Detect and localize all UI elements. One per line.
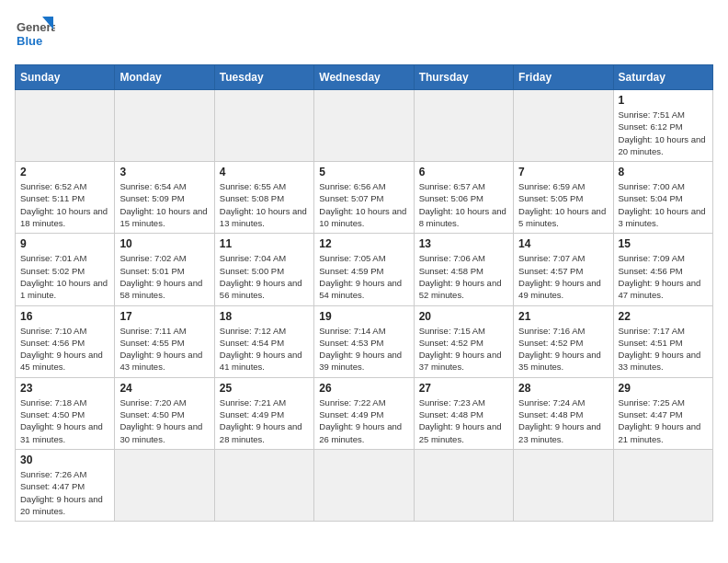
day-info: Sunrise: 7:10 AM Sunset: 4:56 PM Dayligh…: [20, 325, 109, 373]
day-number: 9: [20, 237, 109, 250]
calendar-day-cell: [115, 449, 214, 521]
calendar-day-cell: 16Sunrise: 7:10 AM Sunset: 4:56 PM Dayli…: [16, 305, 115, 377]
day-info: Sunrise: 7:12 AM Sunset: 4:54 PM Dayligh…: [220, 325, 309, 373]
day-info: Sunrise: 7:21 AM Sunset: 4:49 PM Dayligh…: [220, 396, 309, 445]
weekday-header: Friday: [514, 65, 613, 90]
day-info: Sunrise: 7:05 AM Sunset: 4:59 PM Dayligh…: [319, 252, 408, 301]
day-number: 17: [119, 310, 209, 323]
day-info: Sunrise: 6:52 AM Sunset: 5:11 PM Dayligh…: [20, 180, 109, 229]
calendar-day-cell: 14Sunrise: 7:07 AM Sunset: 4:57 PM Dayli…: [514, 234, 613, 305]
logo: General Blue: [15, 15, 55, 55]
calendar-day-cell: [414, 449, 513, 521]
calendar-week-row: 16Sunrise: 7:10 AM Sunset: 4:56 PM Dayli…: [16, 305, 713, 377]
calendar-day-cell: 26Sunrise: 7:22 AM Sunset: 4:49 PM Dayli…: [314, 377, 414, 449]
weekday-header: Saturday: [613, 65, 712, 90]
day-info: Sunrise: 7:26 AM Sunset: 4:47 PM Dayligh…: [20, 468, 109, 517]
day-number: 25: [220, 382, 309, 395]
calendar-day-cell: [16, 90, 115, 162]
calendar-day-cell: 10Sunrise: 7:02 AM Sunset: 5:01 PM Dayli…: [115, 234, 214, 305]
day-number: 30: [20, 454, 109, 466]
calendar-day-cell: 18Sunrise: 7:12 AM Sunset: 4:54 PM Dayli…: [214, 305, 313, 377]
calendar-day-cell: 29Sunrise: 7:25 AM Sunset: 4:47 PM Dayli…: [613, 377, 712, 449]
calendar-day-cell: 25Sunrise: 7:21 AM Sunset: 4:49 PM Dayli…: [214, 377, 313, 449]
calendar-day-cell: 19Sunrise: 7:14 AM Sunset: 4:53 PM Dayli…: [314, 305, 414, 377]
day-info: Sunrise: 7:11 AM Sunset: 4:55 PM Dayligh…: [119, 325, 209, 373]
day-number: 10: [119, 237, 209, 250]
calendar-day-cell: [314, 90, 414, 162]
calendar-week-row: 1Sunrise: 7:51 AM Sunset: 6:12 PM Daylig…: [16, 90, 713, 162]
day-info: Sunrise: 7:24 AM Sunset: 4:48 PM Dayligh…: [518, 396, 608, 445]
calendar-table: SundayMondayTuesdayWednesdayThursdayFrid…: [15, 64, 713, 522]
calendar-day-cell: 30Sunrise: 7:26 AM Sunset: 4:47 PM Dayli…: [16, 449, 115, 521]
day-number: 7: [518, 166, 608, 178]
day-info: Sunrise: 7:51 AM Sunset: 6:12 PM Dayligh…: [619, 109, 708, 157]
day-number: 15: [619, 237, 708, 250]
day-info: Sunrise: 7:25 AM Sunset: 4:47 PM Dayligh…: [619, 396, 708, 445]
calendar-day-cell: 6Sunrise: 6:57 AM Sunset: 5:06 PM Daylig…: [414, 162, 513, 234]
calendar-day-cell: [414, 90, 513, 162]
day-number: 4: [220, 166, 309, 178]
day-number: 3: [119, 166, 209, 178]
calendar-day-cell: 23Sunrise: 7:18 AM Sunset: 4:50 PM Dayli…: [16, 377, 115, 449]
day-info: Sunrise: 7:04 AM Sunset: 5:00 PM Dayligh…: [220, 252, 309, 301]
calendar-day-cell: 9Sunrise: 7:01 AM Sunset: 5:02 PM Daylig…: [16, 234, 115, 305]
day-number: 16: [20, 310, 109, 323]
day-number: 18: [220, 310, 309, 323]
day-info: Sunrise: 7:18 AM Sunset: 4:50 PM Dayligh…: [20, 396, 109, 445]
calendar-day-cell: [214, 90, 313, 162]
day-info: Sunrise: 7:22 AM Sunset: 4:49 PM Dayligh…: [319, 396, 408, 445]
day-info: Sunrise: 7:02 AM Sunset: 5:01 PM Dayligh…: [119, 252, 209, 301]
day-number: 12: [319, 237, 408, 250]
day-info: Sunrise: 7:07 AM Sunset: 4:57 PM Dayligh…: [518, 252, 608, 301]
day-number: 23: [20, 382, 109, 395]
day-info: Sunrise: 7:06 AM Sunset: 4:58 PM Dayligh…: [419, 252, 508, 301]
calendar-week-row: 23Sunrise: 7:18 AM Sunset: 4:50 PM Dayli…: [16, 377, 713, 449]
day-info: Sunrise: 7:23 AM Sunset: 4:48 PM Dayligh…: [419, 396, 508, 445]
calendar-header-row: SundayMondayTuesdayWednesdayThursdayFrid…: [16, 65, 713, 90]
day-info: Sunrise: 6:57 AM Sunset: 5:06 PM Dayligh…: [419, 180, 508, 229]
day-info: Sunrise: 7:14 AM Sunset: 4:53 PM Dayligh…: [319, 325, 408, 373]
calendar-day-cell: [115, 90, 214, 162]
day-number: 5: [319, 166, 408, 178]
day-info: Sunrise: 6:59 AM Sunset: 5:05 PM Dayligh…: [518, 180, 608, 229]
day-number: 22: [619, 310, 708, 323]
calendar-day-cell: 22Sunrise: 7:17 AM Sunset: 4:51 PM Dayli…: [613, 305, 712, 377]
calendar-day-cell: 7Sunrise: 6:59 AM Sunset: 5:05 PM Daylig…: [514, 162, 613, 234]
day-info: Sunrise: 6:54 AM Sunset: 5:09 PM Dayligh…: [119, 180, 209, 229]
logo-svg: General Blue: [15, 15, 55, 55]
day-number: 14: [518, 237, 608, 250]
day-info: Sunrise: 7:20 AM Sunset: 4:50 PM Dayligh…: [119, 396, 209, 445]
calendar-day-cell: 5Sunrise: 6:56 AM Sunset: 5:07 PM Daylig…: [314, 162, 414, 234]
day-number: 21: [518, 310, 608, 323]
calendar-day-cell: [514, 90, 613, 162]
day-info: Sunrise: 7:00 AM Sunset: 5:04 PM Dayligh…: [619, 180, 708, 229]
calendar-day-cell: 21Sunrise: 7:16 AM Sunset: 4:52 PM Dayli…: [514, 305, 613, 377]
calendar-day-cell: 4Sunrise: 6:55 AM Sunset: 5:08 PM Daylig…: [214, 162, 313, 234]
weekday-header: Thursday: [414, 65, 513, 90]
weekday-header: Monday: [115, 65, 214, 90]
day-number: 11: [220, 237, 309, 250]
calendar-day-cell: 3Sunrise: 6:54 AM Sunset: 5:09 PM Daylig…: [115, 162, 214, 234]
calendar-day-cell: [214, 449, 313, 521]
weekday-header: Wednesday: [314, 65, 414, 90]
svg-text:Blue: Blue: [17, 34, 42, 48]
day-number: 20: [419, 310, 508, 323]
page-header: General Blue: [15, 15, 713, 55]
day-number: 28: [518, 382, 608, 395]
calendar-day-cell: 20Sunrise: 7:15 AM Sunset: 4:52 PM Dayli…: [414, 305, 513, 377]
calendar-day-cell: 8Sunrise: 7:00 AM Sunset: 5:04 PM Daylig…: [613, 162, 712, 234]
weekday-header: Tuesday: [214, 65, 313, 90]
calendar-week-row: 2Sunrise: 6:52 AM Sunset: 5:11 PM Daylig…: [16, 162, 713, 234]
day-info: Sunrise: 7:09 AM Sunset: 4:56 PM Dayligh…: [619, 252, 708, 301]
day-info: Sunrise: 7:15 AM Sunset: 4:52 PM Dayligh…: [419, 325, 508, 373]
weekday-header: Sunday: [16, 65, 115, 90]
day-number: 19: [319, 310, 408, 323]
calendar-day-cell: 27Sunrise: 7:23 AM Sunset: 4:48 PM Dayli…: [414, 377, 513, 449]
calendar-day-cell: 1Sunrise: 7:51 AM Sunset: 6:12 PM Daylig…: [613, 90, 712, 162]
calendar-day-cell: 2Sunrise: 6:52 AM Sunset: 5:11 PM Daylig…: [16, 162, 115, 234]
day-info: Sunrise: 7:16 AM Sunset: 4:52 PM Dayligh…: [518, 325, 608, 373]
day-number: 26: [319, 382, 408, 395]
calendar-day-cell: 15Sunrise: 7:09 AM Sunset: 4:56 PM Dayli…: [613, 234, 712, 305]
day-number: 29: [619, 382, 708, 395]
calendar-day-cell: 12Sunrise: 7:05 AM Sunset: 4:59 PM Dayli…: [314, 234, 414, 305]
